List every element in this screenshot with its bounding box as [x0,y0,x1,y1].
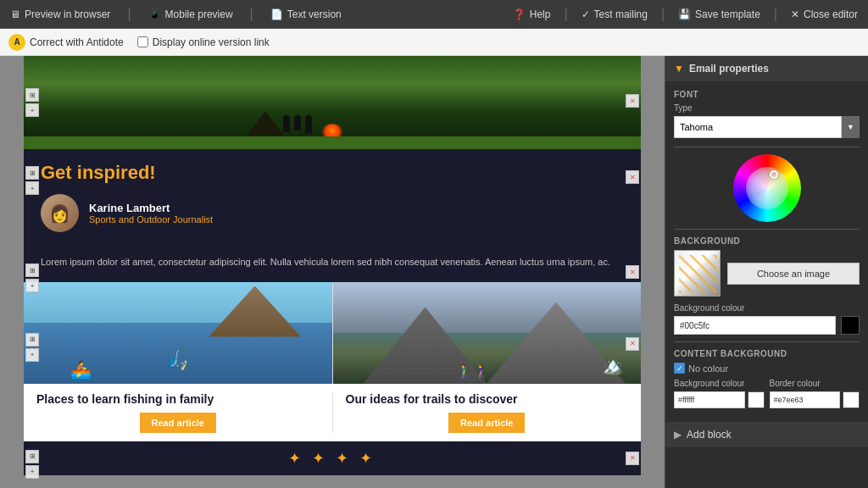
phone-icon: 📱 [148,8,161,20]
online-version-toggle[interactable]: Display online version link [137,36,270,48]
antidote-button[interactable]: A Correct with Antidote [8,34,124,51]
section1-move-icon[interactable]: ⊞ [25,88,39,102]
section4-move-icon[interactable]: ⊞ [25,450,39,463]
section1-delete-btn[interactable]: ✕ [626,94,639,108]
activity-images-row: 🚣 🚶‍♂️🚶‍♀️ [24,282,641,384]
section4-controls: ⊞ + [25,450,39,479]
fireworks-section: ✦ ✦ ✦ ✦ [24,441,641,475]
section2b-delete-btn[interactable]: ✕ [626,265,639,279]
section4-add-icon[interactable]: + [25,465,39,479]
read-article-btn-2[interactable]: Read article [448,413,525,433]
section2-delete-btn[interactable]: ✕ [626,170,639,184]
content-bg-inner: #ffffff [674,391,765,408]
font-type-label: Type [674,103,860,113]
section1-add-icon[interactable]: + [25,103,39,117]
section3-delete: ✕ [626,337,639,351]
section-lorem: ⊞ + ✕ Lorem ipsum dolor sit amet, consec… [24,255,641,282]
section2b-move-icon[interactable]: ⊞ [25,263,39,277]
main-toolbar: 🖥 Preview in browser | 📱 Mobile preview … [0,0,868,29]
content-border-inner: #e7ee63 [770,391,860,408]
section-fireworks: ⊞ + ✕ ✦ ✦ ✦ ✦ [24,441,641,475]
right-panel: ▼ Email properties FONT Type Tahoma Aria… [665,56,868,488]
hiking-image: 🚶‍♂️🚶‍♀️ [333,282,642,384]
content-bg-swatch[interactable] [748,391,765,408]
content-bg-label: CONTENT BACKGROUND [674,349,860,358]
section2b-delete: ✕ [626,265,639,279]
camping-image [24,56,641,149]
no-colour-checkbox[interactable]: ✓ [674,363,685,374]
person1 [283,115,290,132]
inspired-title: Get inspired! [41,162,624,184]
section4-delete-btn[interactable]: ✕ [626,452,639,465]
separator3: | [564,7,567,22]
secondary-toolbar: A Correct with Antidote Display online v… [0,29,868,56]
author-job-title: Sports and Outdoor Journalist [89,214,213,225]
hike-sky [333,282,642,333]
section-inspired: ⊞ + ✕ Get inspired! 👩 Karine Lambert Spo… [24,149,641,255]
content-bg-colours-row: Background colour #ffffff Border colour … [674,379,860,408]
section4-delete: ✕ [626,452,639,465]
section3-add-icon[interactable]: + [25,348,39,362]
color-picker-area[interactable] [674,154,860,222]
mobile-preview-btn[interactable]: 📱 Mobile preview [148,8,233,20]
lorem-paragraph: Lorem ipsum dolor sit amet, consectetur … [41,255,624,269]
person3 [305,115,312,134]
no-colour-checkbox-label[interactable]: ✓ No colour [674,363,728,374]
section1-delete: ✕ [626,94,639,108]
section2-move-icon[interactable]: ⊞ [25,166,39,180]
activity1-title: Places to learn fishing in family [36,392,320,406]
person2 [294,115,301,130]
content-border-col: Border colour #e7ee63 [770,379,860,408]
online-version-checkbox[interactable] [137,36,148,47]
save-template-btn[interactable]: 💾 Save template [678,8,760,20]
check-icon: ✓ [581,8,590,20]
color-wheel[interactable] [733,154,801,222]
toolbar-left: 🖥 Preview in browser | 📱 Mobile preview … [10,7,342,22]
content-border-swatch[interactable] [843,391,860,408]
close-editor-btn[interactable]: ✕ Close editor [791,8,858,20]
separator1: | [127,7,131,22]
section3-move-icon[interactable]: ⊞ [25,333,39,347]
main-layout: ⊞ + ✕ [0,56,868,488]
fishing-person: 🚣 [70,359,92,380]
choose-image-button[interactable]: Choose an image [727,263,860,285]
bg-colour-input[interactable]: #00c5fc [674,316,836,335]
panel-content: FONT Type Tahoma Arial Georgia Verdana ▼ [665,81,868,422]
section2b-add-icon[interactable]: + [25,279,39,292]
doc-icon: 📄 [270,8,283,20]
email-canvas: ⊞ + ✕ [0,56,665,488]
author-row: 👩 Karine Lambert Sports and Outdoor Jour… [41,194,624,232]
inspired-section-content: Get inspired! 👩 Karine Lambert Sports an… [24,149,641,255]
author-info: Karine Lambert Sports and Outdoor Journa… [89,202,213,225]
text-version-btn[interactable]: 📄 Text version [270,8,342,20]
content-bg-input[interactable]: #ffffff [674,391,745,408]
hikers: 🚶‍♂️🚶‍♀️ [456,363,490,380]
separator2: | [250,7,253,22]
test-mailing-btn[interactable]: ✓ Test mailing [581,8,648,20]
email-properties-header[interactable]: ▼ Email properties [665,56,868,81]
bg-image-preview[interactable] [674,250,721,297]
lorem-section: Lorem ipsum dolor sit amet, consectetur … [24,255,641,282]
preview-browser-btn[interactable]: 🖥 Preview in browser [10,8,110,20]
content-border-input[interactable]: #e7ee63 [770,391,841,408]
activity-col-2: Our ideas for trails to discover Read ar… [333,392,642,433]
font-select-row: Tahoma Arial Georgia Verdana ▼ [674,116,860,138]
antidote-icon: A [8,34,25,51]
section2-add-icon[interactable]: + [25,181,39,195]
read-article-btn-1[interactable]: Read article [140,413,216,433]
color-cursor[interactable] [770,170,778,179]
help-btn[interactable]: ❓ Help [513,8,551,20]
bg-colour-swatch[interactable] [841,316,860,335]
antidote-label: Correct with Antidote [30,36,124,48]
activity2-title: Our ideas for trails to discover [346,392,629,406]
fireworks-display: ✦ ✦ ✦ ✦ [288,449,376,468]
add-block-button[interactable]: ▶ Add block [665,422,868,447]
section3-delete-btn[interactable]: ✕ [626,337,639,351]
bg-preview-row: Choose an image [674,250,860,297]
grass-strip [24,136,641,149]
save-icon: 💾 [678,8,691,20]
font-select[interactable]: Tahoma Arial Georgia Verdana [674,116,842,138]
bg-colour-label: Background colour [674,303,860,313]
toolbar-right: ❓ Help | ✓ Test mailing | 💾 Save templat… [513,7,858,22]
section-camping: ⊞ + ✕ [24,56,641,149]
